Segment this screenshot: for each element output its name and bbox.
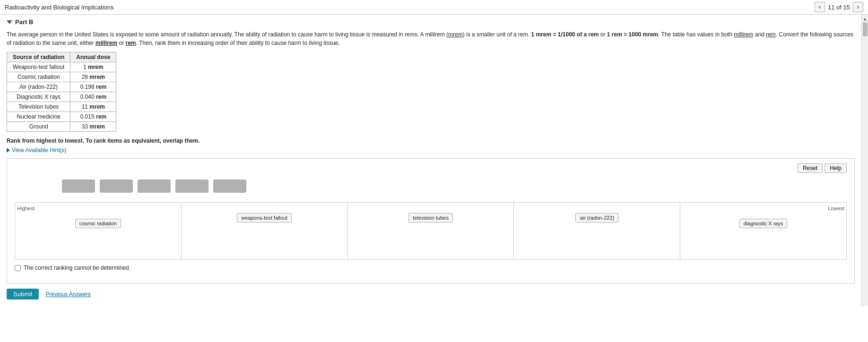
drag-placeholder-4[interactable] bbox=[175, 180, 208, 193]
rank-card-weapons[interactable]: weapons-test fallout bbox=[237, 213, 292, 222]
table-cell-source: Television tubes bbox=[7, 102, 70, 112]
rank-zone-4[interactable]: air (radon-222) bbox=[514, 203, 680, 259]
drag-placeholder-2[interactable] bbox=[100, 180, 133, 193]
ranking-zones: Highest cosmic radiation weapons-test fa… bbox=[15, 202, 847, 260]
table-cell-dose: 33 mrem bbox=[70, 122, 116, 132]
table-cell-source: Nuclear medicine bbox=[7, 112, 70, 122]
table-cell-source: Diagnostic X rays bbox=[7, 92, 70, 102]
table-row: Cosmic radiation28 mrem bbox=[7, 72, 116, 82]
hints-link[interactable]: View Available Hint(s) bbox=[7, 147, 855, 154]
scrollbar-up-arrow[interactable]: ▲ bbox=[862, 16, 868, 22]
widget-buttons: Reset Help bbox=[15, 163, 847, 173]
drag-placeholder-3[interactable] bbox=[138, 180, 171, 193]
table-cell-source: Cosmic radiation bbox=[7, 72, 70, 82]
scrollbar-thumb[interactable] bbox=[863, 22, 868, 36]
next-nav-button[interactable]: › bbox=[853, 2, 863, 12]
table-row: Television tubes11 mrem bbox=[7, 102, 116, 112]
table-row: Air (radon-222)0.198 rem bbox=[7, 82, 116, 92]
cannot-determine-label: The correct ranking cannot be determined… bbox=[24, 265, 130, 271]
table-cell-source: Ground bbox=[7, 122, 70, 132]
ranking-widget: Reset Help Highest cosmic radiation bbox=[7, 158, 855, 284]
drag-placeholder-1[interactable] bbox=[62, 180, 95, 193]
top-bar: Radioactivity and Biological Implication… bbox=[0, 0, 868, 15]
rank-zone-5-label: Lowest bbox=[828, 205, 844, 211]
rank-card-xrays[interactable]: diagnostic X rays bbox=[739, 219, 788, 228]
drag-items-row bbox=[15, 180, 847, 193]
submit-row: Submit Previous Answers bbox=[7, 289, 855, 299]
rank-card-cosmic[interactable]: cosmic radiation bbox=[75, 219, 121, 228]
table-cell-dose: 0.015 rem bbox=[70, 112, 116, 122]
scrollbar-track: ▲ bbox=[861, 15, 868, 306]
rank-zone-2[interactable]: weapons-test fallout bbox=[182, 203, 348, 259]
page-title: Radioactivity and Biological Implication… bbox=[5, 4, 114, 11]
table-row: Ground33 mrem bbox=[7, 122, 116, 132]
reset-button[interactable]: Reset bbox=[798, 163, 823, 173]
page-wrapper: Part B The average person in the United … bbox=[0, 15, 868, 306]
rank-instruction: Rank from highest to lowest. To rank ite… bbox=[7, 137, 855, 144]
drag-placeholder-5[interactable] bbox=[213, 180, 246, 193]
table-cell-dose: 11 mrem bbox=[70, 102, 116, 112]
table-cell-dose: 0.198 rem bbox=[70, 82, 116, 92]
rank-zone-1[interactable]: Highest cosmic radiation bbox=[15, 203, 182, 259]
hints-triangle-icon bbox=[7, 148, 10, 153]
table-row: Nuclear medicine0.015 rem bbox=[7, 112, 116, 122]
description-text: The average person in the United States … bbox=[7, 30, 855, 47]
part-b-label: Part B bbox=[15, 18, 33, 26]
table-row: Weapons-test fallout1 mrem bbox=[7, 62, 116, 72]
rank-zone-1-label: Highest bbox=[17, 205, 35, 211]
table-cell-dose: 28 mrem bbox=[70, 72, 116, 82]
rank-card-television[interactable]: television tubes bbox=[408, 213, 453, 222]
prev-nav-button[interactable]: ‹ bbox=[815, 2, 825, 12]
main-content: Part B The average person in the United … bbox=[0, 15, 861, 306]
nav-controls: ‹ 11 of 15 › bbox=[815, 2, 863, 12]
radiation-table: Source of radiation Annual dose Weapons-… bbox=[7, 52, 116, 132]
table-cell-source: Weapons-test fallout bbox=[7, 62, 70, 72]
rank-card-air[interactable]: air (radon-222) bbox=[575, 213, 618, 222]
cannot-determine-checkbox[interactable] bbox=[15, 265, 21, 271]
part-b-header[interactable]: Part B bbox=[7, 18, 855, 26]
rank-zone-3[interactable]: television tubes bbox=[348, 203, 514, 259]
submit-button[interactable]: Submit bbox=[7, 289, 39, 299]
checkbox-row: The correct ranking cannot be determined… bbox=[15, 265, 847, 271]
previous-answers-link[interactable]: Previous Answers bbox=[45, 291, 90, 298]
rank-zone-5[interactable]: Lowest diagnostic X rays bbox=[680, 203, 846, 259]
nav-label: 11 of 15 bbox=[828, 4, 850, 11]
help-button[interactable]: Help bbox=[825, 163, 847, 173]
table-cell-dose: 1 mrem bbox=[70, 62, 116, 72]
table-cell-dose: 0.040 rem bbox=[70, 92, 116, 102]
collapse-icon bbox=[7, 20, 12, 24]
table-header-source: Source of radiation bbox=[7, 52, 70, 62]
table-row: Diagnostic X rays0.040 rem bbox=[7, 92, 116, 102]
table-header-dose: Annual dose bbox=[70, 52, 116, 62]
table-cell-source: Air (radon-222) bbox=[7, 82, 70, 92]
